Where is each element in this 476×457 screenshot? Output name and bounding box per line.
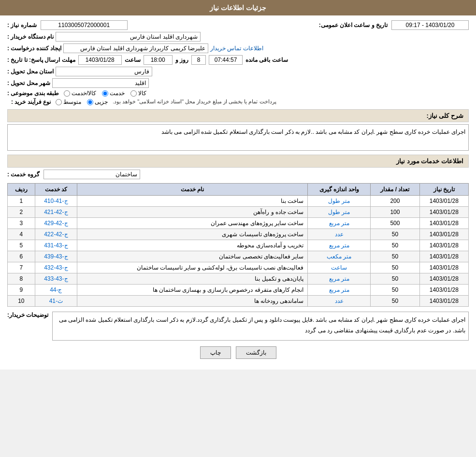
cell-name: فعالیت‌های نصب تاسیسات برق، لوله‌کشی و س… <box>77 262 308 273</box>
radio-jozii-label: جزیی <box>95 99 108 105</box>
table-row: 1403/01/28 50 متر مربع پایان‌دهی و تکمیل… <box>8 273 469 285</box>
main-content: شماره نیاز : 1103005072000001 تاریخ و سا… <box>0 15 476 370</box>
cell-tarikh: 1403/01/28 <box>419 262 468 273</box>
mohlat-date: 1403/01/28 <box>78 55 122 65</box>
table-row: 1403/01/28 50 متر مکعب سایر فعالیت‌های ت… <box>8 251 469 262</box>
radio-jozii: جزیی <box>87 99 108 105</box>
tabaqe-row: طبقه بندی موضوعی : کالا/خدمت خدمت کالا <box>7 90 469 97</box>
cell-name: سایر فعالیت‌های تخصصی ساختمان <box>77 251 308 262</box>
cell-kod: ج-43-431 <box>35 240 77 251</box>
services-table: تاریخ نیاز تعداد / مقدار واحد اندازه گیر… <box>7 183 469 307</box>
table-row: 1403/01/28 200 متر طول ساخت بنا ج-41-410… <box>8 196 469 207</box>
radio-kala-input[interactable] <box>130 90 137 97</box>
cell-name: ساخت پروژه‌های تاسیسات شهری <box>77 229 308 240</box>
cell-radif: 4 <box>8 229 35 240</box>
cell-radif: 8 <box>8 273 35 285</box>
ostan-label: استان محل تحویل : <box>7 68 54 75</box>
cell-vahed: متر مربع <box>308 273 371 285</box>
shahr-row: شهر محل تحویل : اقلید <box>7 78 469 88</box>
radio-motavaset-label: متوسط <box>63 99 81 105</box>
remaining-value: 07:44:57 <box>209 55 243 65</box>
col-radif: ردیف <box>8 184 35 196</box>
ostan-value: فارس <box>56 67 152 76</box>
tawzihat-value: اجرای عملیات خرده کاری سطح شهر .ایران کد… <box>59 316 465 334</box>
col-name: نام خدمت <box>77 184 308 196</box>
page-wrapper: جزئیات اطلاعات نیاز شماره نیاز : 1103005… <box>0 0 476 370</box>
cell-tarikh: 1403/01/28 <box>419 240 468 251</box>
cell-miqdar: 50 <box>371 240 419 251</box>
col-tarikh: تاریخ نیاز <box>419 184 468 196</box>
cell-radif: 7 <box>8 262 35 273</box>
table-row: 1403/01/28 50 متر مربع تخریب و آماده‌ساز… <box>8 240 469 251</box>
name-dasgah-value: شهرداری اقلید استان فارس <box>56 32 201 42</box>
cell-vahed: متر مربع <box>308 285 371 296</box>
ostan-item: استان محل تحویل : فارس <box>7 67 152 76</box>
cell-kod: ج-43-433 <box>35 273 77 285</box>
table-row: 1403/01/28 500 متر مربع ساخت سایر پروژه‌… <box>8 218 469 229</box>
mohlat-saet: 18:00 <box>144 55 173 65</box>
cell-tarikh: 1403/01/28 <box>419 285 468 296</box>
cell-vahed: متر طول <box>308 207 371 218</box>
cell-radif: 1 <box>8 196 35 207</box>
ijad-konande-item: ایجاد کننده درخواست : علیرضا کریمی کاربر… <box>7 43 469 53</box>
cell-tarikh: 1403/01/28 <box>419 251 468 262</box>
mohlat-roz-label: روز و <box>175 57 188 63</box>
table-row: 1403/01/28 50 عدد ساخت پروژه‌های تاسیسات… <box>8 229 469 240</box>
cell-radif: 2 <box>8 207 35 218</box>
cell-name: ساماندهی رودخانه ها <box>77 296 308 307</box>
mohlat-saet-label: ساعت <box>125 57 141 63</box>
cell-vahed: عدد <box>308 296 371 307</box>
table-row: 1403/01/28 100 متر طول ساخت جاده و راه‌آ… <box>8 207 469 218</box>
tawzihat-box: اجرای عملیات خرده کاری سطح شهر .ایران کد… <box>52 312 469 341</box>
gorohe-row: گروه خدمت : ساختمان <box>7 170 469 179</box>
cell-radif: 10 <box>8 296 35 307</box>
shomara-niaz-value: 1103005072000001 <box>41 20 128 30</box>
col-vahed: واحد اندازه گیری <box>308 184 371 196</box>
shahr-label: شهر محل تحویل : <box>7 80 50 86</box>
cell-miqdar: 50 <box>371 262 419 273</box>
sharh-box: اجرای عملیات خرده کاری سطح شهر .ایران کد… <box>7 124 469 151</box>
contact-link[interactable]: اطلاعات تماس خریدار <box>210 45 263 52</box>
cell-radif: 6 <box>8 251 35 262</box>
header-title: جزئیات اطلاعات نیاز <box>210 4 266 12</box>
cell-miqdar: 200 <box>371 196 419 207</box>
tabaqe-label: طبقه بندی موضوعی : <box>7 90 59 97</box>
cell-tarikh: 1403/01/28 <box>419 229 468 240</box>
cell-tarikh: 1403/01/28 <box>419 296 468 307</box>
ijad-konande-value: علیرضا کریمی کاربرداز شهرداری اقلید استا… <box>63 43 208 53</box>
col-kod: کد خدمت <box>35 184 77 196</box>
cell-vahed: متر طول <box>308 196 371 207</box>
table-row: 1403/01/28 50 ساعت فعالیت‌های نصب تاسیسا… <box>8 262 469 273</box>
mohlat-label: مهلت ارسال پاسخ: تا تاریخ : <box>7 57 75 63</box>
gorohe-label: گروه خدمت : <box>7 171 40 178</box>
cell-vahed: متر مربع <box>308 240 371 251</box>
bazgasht-button[interactable]: بازگشت <box>236 346 276 359</box>
radio-khadamat-input[interactable] <box>102 90 108 97</box>
ijad-konande-label: ایجاد کننده درخواست : <box>7 45 61 52</box>
cell-kod: ج-43-432 <box>35 262 77 273</box>
radio-motavaset: متوسط <box>56 99 81 105</box>
radio-kala-label: کالا <box>138 90 146 97</box>
col-miqdar: تعداد / مقدار <box>371 184 419 196</box>
cell-kod: ث-41 <box>35 296 77 307</box>
cell-tarikh: 1403/01/28 <box>419 273 468 285</box>
tarikh-value: 1403/01/20 - 09:17 <box>391 20 469 30</box>
cell-kod: ج-41-410 <box>35 196 77 207</box>
radio-kala-khadamat: کالا/خدمت <box>64 90 96 97</box>
cell-kod: ج-43-439 <box>35 251 77 262</box>
cell-miqdar: 50 <box>371 296 419 307</box>
chap-button[interactable]: چاپ <box>200 346 231 359</box>
radio-jozii-input[interactable] <box>87 99 93 105</box>
shahr-value: اقلید <box>52 78 149 88</box>
radio-motavaset-input[interactable] <box>56 99 62 105</box>
tawzihat-label: توضیحات خریدار: <box>7 312 48 318</box>
tawzihat-section: توضیحات خریدار: اجرای عملیات خرده کاری س… <box>7 312 469 341</box>
table-row: 1403/01/28 50 عدد ساماندهی رودخانه ها ث-… <box>8 296 469 307</box>
cell-radif: 3 <box>8 218 35 229</box>
radio-khadamat: خدمت <box>102 90 125 97</box>
cell-tarikh: 1403/01/28 <box>419 196 468 207</box>
radio-kala-khadamat-input[interactable] <box>64 90 70 97</box>
cell-name: ساخت سایر پروژه‌های مهندسی عمران <box>77 218 308 229</box>
cell-name: پایان‌دهی و تکمیل بنا <box>77 273 308 285</box>
sharh-label: شرح کلی نیاز: <box>426 112 463 119</box>
